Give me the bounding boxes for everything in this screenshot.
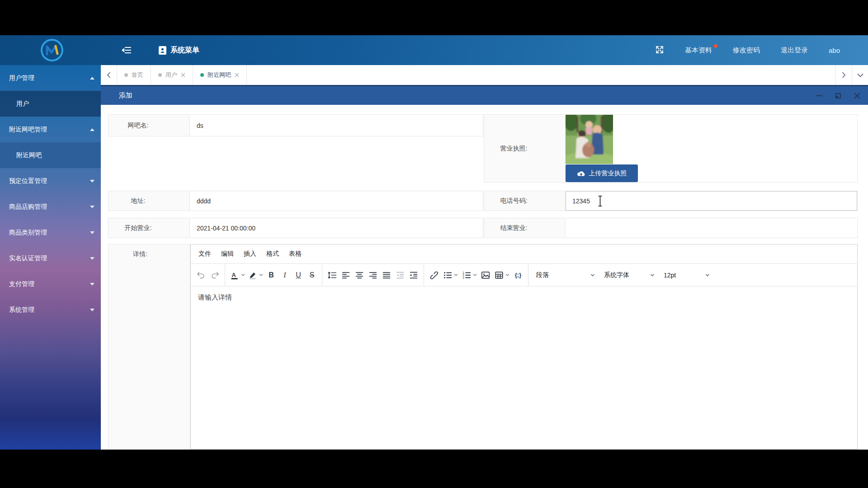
redo-icon[interactable]: [208, 267, 222, 283]
sidebar-item-goods-purchase[interactable]: 商品店购管理: [0, 194, 101, 220]
nav-change-password[interactable]: 修改密码: [733, 46, 760, 55]
tabs-scroll-left-icon[interactable]: [101, 65, 117, 85]
font-size-select[interactable]: 12pt: [659, 267, 714, 283]
nav-basic-info-label: 基本资料: [685, 46, 712, 54]
sidebar-item-reserve-location[interactable]: 预定位置管理: [0, 168, 101, 194]
brand-logo-icon: [40, 38, 64, 62]
phone-input[interactable]: 12345: [566, 191, 857, 211]
undo-icon[interactable]: [194, 267, 208, 283]
editor-menubar: 文件 编辑 插入 格式 表格: [191, 244, 857, 264]
align-justify-icon[interactable]: [380, 267, 393, 283]
insert-table-icon[interactable]: [492, 267, 511, 283]
chevron-down-icon: [705, 273, 710, 277]
code-sample-icon[interactable]: {;}: [511, 267, 525, 283]
sidebar-item-goods-category[interactable]: 商品类别管理: [0, 220, 101, 245]
text-color-icon[interactable]: A: [228, 267, 246, 283]
detail-placeholder: 请输入详情: [198, 293, 232, 302]
tab-close-icon[interactable]: [181, 73, 185, 77]
minimize-icon[interactable]: [816, 92, 823, 99]
highlight-color-icon[interactable]: [246, 267, 264, 283]
sidebar-subitem-netbar[interactable]: 附近网吧: [0, 142, 101, 168]
tab-close-icon[interactable]: [235, 73, 239, 77]
italic-icon[interactable]: I: [278, 267, 292, 283]
tab-user[interactable]: 用户: [151, 65, 193, 85]
align-right-icon[interactable]: [366, 267, 380, 283]
font-family-select[interactable]: 系统字体: [599, 267, 659, 283]
svg-text:A: A: [232, 271, 236, 278]
chevron-down-icon: [90, 257, 94, 260]
bold-icon[interactable]: B: [264, 267, 278, 283]
editor-menu-table[interactable]: 表格: [284, 247, 307, 261]
phone-label: 电话号码:: [484, 191, 566, 211]
app-header: 系统菜单 基本资料 修改密码 退出登录 abo: [0, 35, 868, 65]
paragraph-format-select[interactable]: 段落: [532, 267, 599, 283]
outdent-icon[interactable]: [393, 267, 407, 283]
cloud-upload-icon: [577, 170, 585, 177]
svg-text:3: 3: [462, 276, 464, 279]
align-left-icon[interactable]: [339, 267, 353, 283]
chevron-down-icon: [90, 283, 94, 286]
tabs-menu-icon[interactable]: [852, 65, 868, 85]
address-input[interactable]: dddd: [190, 191, 483, 211]
strikethrough-icon[interactable]: S: [305, 267, 319, 283]
bullet-list-icon[interactable]: [441, 267, 460, 283]
menu-book-icon: [158, 46, 167, 55]
insert-image-icon[interactable]: [479, 267, 492, 283]
field-phone: 电话号码: 12345: [484, 191, 858, 211]
tab-bar: 首页 用户 附近网吧: [101, 65, 868, 85]
link-icon[interactable]: [427, 267, 441, 283]
chevron-down-icon: [90, 309, 94, 311]
close-icon[interactable]: [854, 92, 861, 99]
upload-license-button[interactable]: 上传营业执照: [566, 164, 638, 182]
fullscreen-icon[interactable]: [655, 45, 664, 56]
editor-toolbar: A B I U: [191, 264, 857, 286]
editor-menu-format[interactable]: 格式: [261, 247, 284, 261]
close-time-input[interactable]: [566, 218, 857, 238]
close-time-label: 结束营业:: [484, 218, 566, 238]
header-nav: 基本资料 修改密码 退出登录 abo: [655, 35, 868, 65]
sidebar-item-user-management[interactable]: 用户管理: [0, 65, 101, 91]
chevron-down-icon: [90, 180, 94, 183]
editor-menu-insert[interactable]: 插入: [239, 247, 261, 261]
maximize-icon[interactable]: [835, 92, 842, 99]
open-time-input[interactable]: 2021-04-21 00:00:00: [190, 218, 483, 238]
notification-badge: [714, 44, 717, 48]
field-close-time: 结束营业:: [484, 218, 858, 238]
tabs-scroll-right-icon[interactable]: [835, 65, 852, 85]
nav-username[interactable]: abo: [829, 47, 840, 54]
detail-editor-content[interactable]: 请输入详情: [191, 286, 857, 449]
sidebar-subitem-user[interactable]: 用户: [0, 91, 101, 117]
chevron-down-icon: [90, 206, 94, 208]
line-height-icon[interactable]: [326, 267, 339, 283]
sidebar-collapse-icon[interactable]: [121, 46, 131, 54]
netbar-name-input[interactable]: ds: [190, 115, 483, 136]
text-cursor-icon: [597, 195, 603, 207]
richtext-editor: 文件 编辑 插入 格式 表格: [190, 244, 858, 450]
tab-dot: [158, 73, 162, 77]
tab-home[interactable]: 首页: [117, 65, 151, 85]
chevron-down-icon: [650, 273, 655, 277]
editor-menu-file[interactable]: 文件: [193, 247, 216, 261]
dialog-header: 添加: [101, 85, 868, 105]
numbered-list-icon[interactable]: 123: [460, 267, 479, 283]
nav-basic-info[interactable]: 基本资料: [685, 46, 712, 55]
editor-menu-edit[interactable]: 编辑: [216, 247, 239, 261]
field-address: 地址: dddd: [108, 191, 483, 211]
field-license: 营业执照:: [484, 114, 858, 183]
nav-logout[interactable]: 退出登录: [781, 46, 808, 55]
sidebar-item-netbar-management[interactable]: 附近网吧管理: [0, 117, 101, 142]
chevron-down-icon: [590, 273, 595, 277]
app-window: 系统菜单 基本资料 修改密码 退出登录 abo 用户管理: [0, 35, 868, 450]
system-menu-heading: 系统菜单: [158, 46, 199, 55]
align-center-icon[interactable]: [353, 267, 366, 283]
tab-netbar[interactable]: 附近网吧: [193, 65, 247, 85]
sidebar-item-system[interactable]: 系统管理: [0, 297, 101, 323]
sidebar-item-realname-auth[interactable]: 实名认证管理: [0, 245, 101, 271]
indent-icon[interactable]: [407, 267, 420, 283]
underline-icon[interactable]: U: [292, 267, 305, 283]
chevron-down-icon: [90, 231, 94, 234]
license-photo: [566, 115, 613, 164]
open-time-label: 开始营业:: [108, 218, 190, 238]
sidebar-item-payment[interactable]: 支付管理: [0, 271, 101, 297]
chevron-up-icon: [90, 128, 94, 131]
